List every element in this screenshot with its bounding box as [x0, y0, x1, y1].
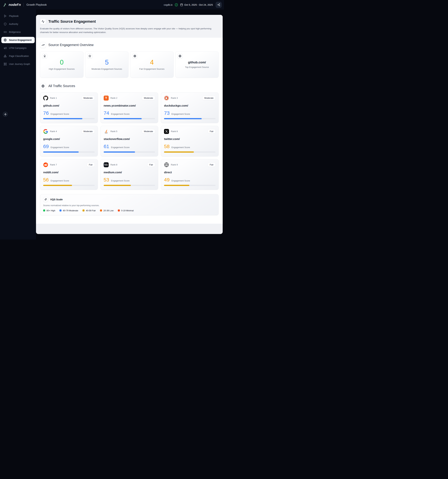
score-progress-fill [164, 152, 194, 153]
journey-graph-icon [4, 63, 7, 66]
sidebar-item-label: Playbook [9, 15, 19, 17]
sources-section-title: All Traffic Sources [48, 84, 75, 88]
tier-badge: Moderate [82, 129, 95, 133]
sidebar-item-page-classification[interactable]: Page Classification [1, 53, 35, 59]
score-progress-track [104, 185, 155, 186]
engagement-score-label: Engagement Score [171, 146, 190, 149]
sidebar-item-user-journey-graph[interactable]: User Journey Graph [1, 61, 35, 67]
stat-value: 0 [60, 59, 64, 66]
calendar-icon [180, 3, 183, 6]
verified-badge-icon [175, 3, 178, 7]
stat-label: Top Engagement Source [185, 66, 209, 68]
github-favicon [43, 96, 48, 100]
source-card-reddit: Rank 7 Fair reddit.com/ 56 Engagement Sc… [40, 159, 98, 190]
legend-item-high: 80+ High [43, 209, 55, 212]
source-card-google: Rank 4 Moderate google.com/ 69 Engagemen… [40, 126, 98, 156]
page-title: Traffic Source Engagement [48, 19, 96, 24]
x-twitter-favicon [164, 129, 169, 134]
engagement-score-label: Engagement Score [171, 180, 190, 182]
date-range-label: Oct 5, 2025 - Oct 24, 2025 [184, 4, 213, 6]
sources-section-header: All Traffic Sources [40, 83, 219, 89]
tier-badge: Fair [147, 163, 155, 167]
source-card-direct: Rank 9 Fair direct 49 Engagement Score [161, 159, 219, 190]
ycombinator-favicon: Y [104, 96, 109, 100]
legend-item-moderate: 60-79 Moderate [59, 209, 78, 212]
target-icon [132, 53, 137, 59]
engagement-score-value: 76 [43, 111, 49, 116]
overview-stats: 0 High Engagement Sources 5 Moderate Eng… [40, 51, 219, 78]
source-card-stackoverflow: Rank 5 Moderate stackoverflow.com/ 61 En… [100, 126, 158, 156]
tier-badge: Fair [208, 163, 215, 167]
stat-label: High Engagement Sources [49, 68, 75, 70]
share-icon [217, 3, 220, 6]
source-rank: Rank 3 [171, 97, 178, 99]
lightning-icon [4, 113, 7, 116]
source-domain: medium.com/ [104, 171, 155, 174]
sidebar-item-authority[interactable]: Authority [1, 21, 35, 27]
star-icon [87, 53, 92, 59]
engagement-score-label: Engagement Score [111, 113, 130, 115]
score-progress-fill [104, 185, 131, 186]
ruler-icon [43, 197, 48, 202]
sidebar-item-label: User Journey Graph [9, 63, 30, 65]
source-rank: Rank 6 [171, 130, 178, 133]
source-domain: google.com/ [43, 137, 95, 141]
legend-label: 40-59 Fair [86, 209, 96, 212]
globe-favicon [164, 162, 169, 167]
award-icon [42, 53, 47, 59]
legend-label: 80+ High [46, 209, 55, 212]
main-panel: Traffic Source Engagement Evaluate the q… [36, 15, 223, 234]
legend-label: 60-79 Moderate [63, 209, 78, 212]
duckduckgo-favicon [164, 96, 169, 100]
share-button[interactable] [216, 2, 222, 8]
engagement-score-value: 74 [104, 111, 109, 116]
engagement-score-value: 53 [104, 177, 109, 182]
source-card-twitter: Rank 6 Fair twitter.com/ 58 Engagement S… [161, 126, 219, 156]
vqs-scale-card: VQS Scale Scores normalized relative to … [40, 194, 219, 215]
source-domain: github.com/ [43, 104, 95, 107]
legend-label: 20-39 Low [103, 209, 113, 212]
brand-name: nodeFn [9, 3, 21, 7]
source-card-github: Rank 1 Moderate github.com/ 76 Engagemen… [40, 92, 98, 123]
score-progress-fill [104, 152, 135, 153]
topbar: nodeFn Growth Playbook cogdb.io Oct 5, 2… [0, 0, 224, 9]
stat-card-fair: 4 Fair Engagement Sources [130, 51, 174, 78]
sidebar-item-playbook[interactable]: Playbook [1, 13, 35, 19]
stat-label: Fair Engagement Sources [139, 68, 164, 70]
globe-icon [40, 83, 46, 89]
legend-item-fair: 40-59 Fair [83, 209, 96, 212]
stat-card-top-source: github.com/ Top Engagement Source [175, 51, 219, 78]
sidebar-item-bridgeness[interactable]: Bridgeness [1, 29, 35, 35]
quick-actions-button[interactable] [3, 112, 8, 117]
sidebar: Playbook Authority Bridgeness Source Eng… [0, 9, 36, 240]
stackoverflow-favicon [104, 129, 109, 134]
source-domain: twitter.com/ [164, 137, 215, 141]
score-progress-track [164, 185, 215, 186]
activity-icon [40, 19, 46, 25]
sidebar-item-utm-campaigns[interactable]: UTM Campaigns [1, 45, 35, 51]
source-rank: Rank 5 [110, 130, 117, 133]
stat-card-moderate: 5 Moderate Engagement Sources [85, 51, 129, 78]
stat-value: github.com/ [188, 61, 206, 64]
score-progress-fill [164, 118, 201, 119]
google-favicon [43, 129, 48, 134]
source-domain: reddit.com/ [43, 171, 95, 174]
score-progress-track [164, 118, 215, 119]
legend-dot-low [100, 209, 102, 212]
panel-footer [36, 224, 223, 234]
vqs-title: VQS Scale [50, 198, 63, 201]
sidebar-item-source-engagement[interactable]: Source Engagement [1, 37, 35, 43]
tier-badge: Fair [87, 163, 95, 167]
score-progress-fill [104, 118, 142, 119]
globe-icon [4, 39, 7, 41]
score-progress-fill [43, 185, 72, 186]
reddit-favicon [43, 162, 48, 167]
engagement-score-label: Engagement Score [111, 180, 130, 182]
engagement-score-value: 69 [43, 144, 49, 149]
legend-item-minimal: 0-19 Minimal [118, 209, 134, 212]
engagement-score-value: 58 [164, 144, 169, 149]
legend-dot-moderate [59, 209, 61, 212]
engagement-score-label: Engagement Score [51, 113, 69, 115]
date-range-picker[interactable]: Oct 5, 2025 - Oct 24, 2025 [180, 3, 213, 6]
tier-badge: Fair [208, 129, 215, 133]
